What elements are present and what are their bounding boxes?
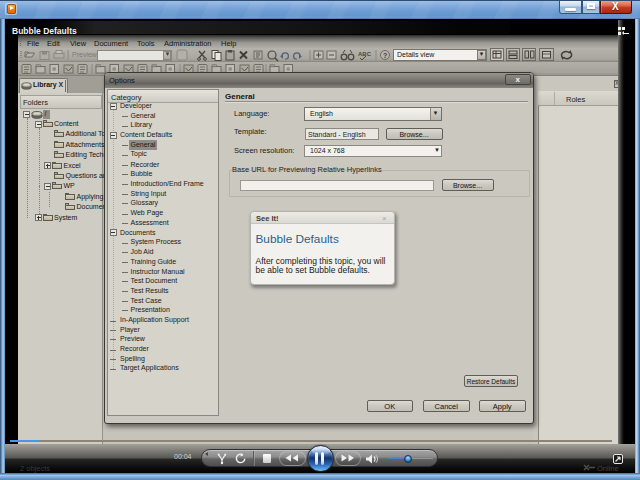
svg-text:?: ? (383, 52, 387, 59)
svg-text:ABC: ABC (358, 51, 372, 57)
